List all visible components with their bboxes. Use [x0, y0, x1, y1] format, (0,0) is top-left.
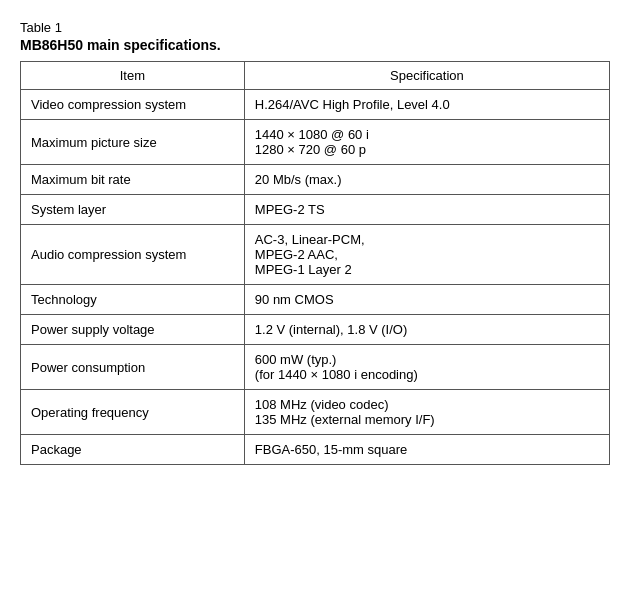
header-specification: Specification	[244, 62, 609, 90]
table-cell-item: Power supply voltage	[21, 315, 245, 345]
table-row: Audio compression systemAC-3, Linear-PCM…	[21, 225, 610, 285]
table-cell-spec: MPEG-2 TS	[244, 195, 609, 225]
caption-title: Table 1	[20, 20, 610, 35]
table-cell-item: Operating frequency	[21, 390, 245, 435]
table-cell-spec: FBGA-650, 15-mm square	[244, 435, 609, 465]
table-row: PackageFBGA-650, 15-mm square	[21, 435, 610, 465]
table-cell-spec: AC-3, Linear-PCM, MPEG-2 AAC, MPEG-1 Lay…	[244, 225, 609, 285]
table-cell-spec: 1.2 V (internal), 1.8 V (I/O)	[244, 315, 609, 345]
table-cell-item: Maximum bit rate	[21, 165, 245, 195]
table-cell-spec: 1440 × 1080 @ 60 i 1280 × 720 @ 60 p	[244, 120, 609, 165]
specifications-table: Item Specification Video compression sys…	[20, 61, 610, 465]
table-cell-item: Technology	[21, 285, 245, 315]
table-row: Maximum bit rate20 Mb/s (max.)	[21, 165, 610, 195]
table-row: Maximum picture size1440 × 1080 @ 60 i 1…	[21, 120, 610, 165]
table-cell-item: Power consumption	[21, 345, 245, 390]
table-cell-item: Video compression system	[21, 90, 245, 120]
table-row: Video compression systemH.264/AVC High P…	[21, 90, 610, 120]
table-row: System layerMPEG-2 TS	[21, 195, 610, 225]
table-cell-item: Audio compression system	[21, 225, 245, 285]
table-cell-item: Maximum picture size	[21, 120, 245, 165]
table-row: Power consumption600 mW (typ.) (for 1440…	[21, 345, 610, 390]
caption-subtitle: MB86H50 main specifications.	[20, 37, 610, 53]
table-cell-spec: 20 Mb/s (max.)	[244, 165, 609, 195]
table-cell-item: Package	[21, 435, 245, 465]
table-header-row: Item Specification	[21, 62, 610, 90]
table-cell-spec: H.264/AVC High Profile, Level 4.0	[244, 90, 609, 120]
table-row: Operating frequency108 MHz (video codec)…	[21, 390, 610, 435]
table-cell-item: System layer	[21, 195, 245, 225]
table-cell-spec: 600 mW (typ.) (for 1440 × 1080 i encodin…	[244, 345, 609, 390]
table-cell-spec: 90 nm CMOS	[244, 285, 609, 315]
table-cell-spec: 108 MHz (video codec) 135 MHz (external …	[244, 390, 609, 435]
header-item: Item	[21, 62, 245, 90]
table-row: Power supply voltage1.2 V (internal), 1.…	[21, 315, 610, 345]
table-row: Technology90 nm CMOS	[21, 285, 610, 315]
